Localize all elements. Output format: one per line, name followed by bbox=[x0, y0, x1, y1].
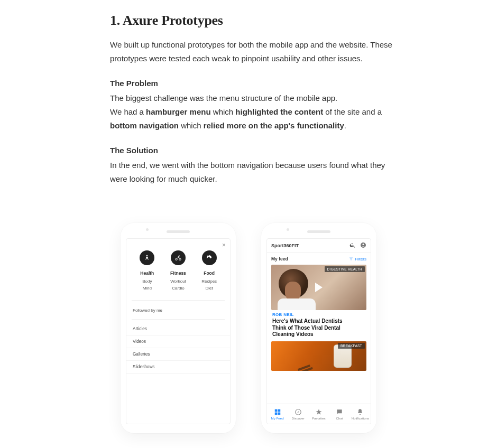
play-icon bbox=[315, 283, 323, 292]
tab-notifications[interactable]: Notifications bbox=[350, 408, 371, 420]
problem-line-1: The biggest challenge was the menu struc… bbox=[110, 94, 337, 102]
feed-card-2-image[interactable]: BREAKFAST bbox=[271, 341, 366, 371]
list-item[interactable]: Articles bbox=[126, 323, 230, 335]
category-food[interactable]: Food Recipes Diet bbox=[194, 268, 225, 293]
chat-icon bbox=[336, 408, 343, 416]
followed-by-me[interactable]: Followed by me bbox=[126, 304, 230, 316]
section-heading: 1. Axure Prototypes bbox=[110, 13, 395, 29]
problem-paragraph: The Problem The biggest challenge was th… bbox=[110, 77, 395, 133]
bottom-navigation: My Feed Discover Favorites Chat Notifica… bbox=[267, 404, 371, 424]
feed-title: My feed bbox=[271, 256, 288, 262]
intro-paragraph: We built up functional prototypes for bo… bbox=[110, 38, 395, 66]
search-icon[interactable] bbox=[349, 242, 356, 249]
bell-icon bbox=[356, 408, 364, 416]
svg-point-0 bbox=[146, 255, 148, 257]
filter-icon bbox=[349, 257, 353, 261]
phone-camera bbox=[287, 228, 289, 231]
card-tag: DIGESTIVE HEALTH bbox=[325, 266, 365, 272]
svg-rect-9 bbox=[278, 412, 280, 415]
compass-icon bbox=[294, 408, 302, 416]
close-icon[interactable]: × bbox=[222, 242, 226, 248]
tab-favorites[interactable]: Favorites bbox=[308, 408, 329, 420]
feed-card-1-image[interactable]: DIGESTIVE HEALTH bbox=[271, 265, 366, 310]
phone-speaker bbox=[167, 230, 190, 233]
health-icon[interactable] bbox=[140, 250, 154, 265]
star-icon bbox=[315, 408, 323, 416]
grid-icon bbox=[274, 408, 281, 416]
svg-rect-8 bbox=[274, 412, 277, 415]
phone-menu-prototype: × Health Body Mind Fitnes bbox=[121, 223, 236, 433]
list-item[interactable]: Galleries bbox=[126, 348, 230, 361]
svg-point-2 bbox=[179, 258, 181, 260]
tab-chat[interactable]: Chat bbox=[329, 408, 350, 420]
list-item[interactable]: Videos bbox=[126, 335, 230, 348]
category-fitness[interactable]: Fitness Workout Cardio bbox=[163, 268, 194, 293]
card-tag: BREAKFAST bbox=[338, 343, 365, 349]
solution-text: In the end, we went with the bottom navi… bbox=[110, 161, 385, 183]
list-item[interactable]: Slideshows bbox=[126, 361, 230, 374]
svg-rect-7 bbox=[278, 409, 280, 412]
phone-camera bbox=[146, 228, 149, 231]
card-headline[interactable]: Here's What Actual Dentists Think of Tho… bbox=[267, 317, 371, 341]
svg-point-5 bbox=[363, 244, 364, 245]
category-health[interactable]: Health Body Mind bbox=[132, 268, 162, 293]
phone-mockups: × Health Body Mind Fitnes bbox=[121, 223, 395, 433]
problem-label: The Problem bbox=[110, 77, 395, 90]
food-icon[interactable] bbox=[202, 250, 217, 265]
phone2-screen: Sport360FIT My feed Filters DIGESTIVE HE… bbox=[266, 238, 371, 424]
phone-speaker bbox=[307, 230, 330, 233]
tab-discover[interactable]: Discover bbox=[288, 408, 308, 420]
brand-title: Sport360FIT bbox=[271, 243, 299, 248]
top-bar: Sport360FIT bbox=[267, 239, 371, 253]
svg-point-3 bbox=[179, 255, 180, 256]
fitness-icon[interactable] bbox=[171, 250, 186, 265]
card-author[interactable]: ROB NEIL bbox=[267, 312, 371, 317]
account-icon[interactable] bbox=[360, 242, 366, 249]
phone-feed-prototype: Sport360FIT My feed Filters DIGESTIVE HE… bbox=[261, 223, 376, 433]
solution-label: The Solution bbox=[110, 144, 395, 157]
svg-rect-6 bbox=[274, 409, 277, 412]
filters-button[interactable]: Filters bbox=[349, 257, 366, 262]
solution-paragraph: The Solution In the end, we went with th… bbox=[110, 144, 395, 186]
phone1-screen: × Health Body Mind Fitnes bbox=[126, 238, 231, 424]
tab-my-feed[interactable]: My Feed bbox=[267, 408, 288, 420]
